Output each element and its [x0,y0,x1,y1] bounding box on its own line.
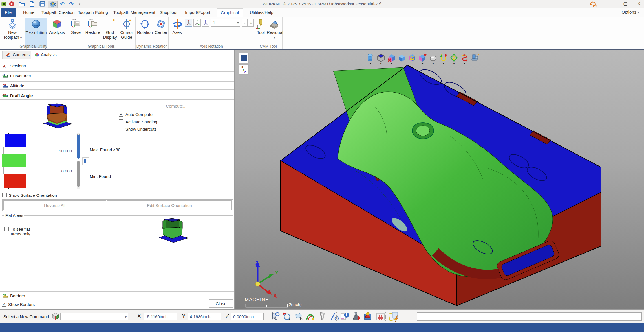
viewport-3d[interactable]: x y z ▾ ▾ ▾ ▾ ▾ ▾ ▾ ▾ Z Y X MACHINE 2(in… [235,50,644,309]
residual-button[interactable]: Residual▾ [267,18,282,40]
maximize-button[interactable]: ▢ [619,0,632,8]
checkbox-box[interactable] [119,112,123,117]
checkbox-box[interactable] [2,302,6,307]
compute-button[interactable]: Compute... [119,102,233,110]
axis-number-combo[interactable]: 1▾ [211,19,240,27]
machine-setup-icon[interactable] [471,54,480,63]
curve-edit-icon[interactable] [306,312,315,321]
cloud-sync-icon[interactable] [588,1,598,7]
cylinder-view-icon[interactable]: ▾ [367,54,376,63]
measure-line-icon[interactable] [329,312,339,321]
separator-grip [336,312,337,321]
tab-toolpath-management[interactable]: Toolpath Management [109,8,159,16]
section-altitude[interactable]: Altitude [0,81,234,90]
command-input[interactable] [417,312,642,321]
tab-utilities-help[interactable]: Utilities/Help [246,8,277,16]
borders-icon [2,294,8,298]
tab-shopfloor[interactable]: Shopfloor [156,8,182,16]
new-toolpath-button[interactable]: New Toolpath ▾ [1,18,24,40]
checkbox-label: To see flat areas only [11,227,38,236]
show-borders-checkbox[interactable]: Show Borders [2,302,35,307]
show-surface-orientation-checkbox[interactable]: Show Surface Orientation [2,193,57,198]
report-icon[interactable] [376,312,385,321]
save-view-button[interactable]: Save [68,18,83,35]
machine-axes-3-icon[interactable] [202,19,209,27]
mold-model[interactable] [235,50,644,309]
activate-shading-checkbox[interactable]: Activate Shading [119,119,157,124]
group-axis-rotation: Axes 1▾ - + Axis Rotation [169,17,254,49]
batch-process-icon[interactable] [389,312,398,321]
close-panel-button[interactable]: Close [209,299,233,308]
shaded-part-icon[interactable]: ▾ [429,54,438,63]
machine-axes-2-icon[interactable] [193,19,201,27]
tool-collision-icon[interactable] [351,312,361,321]
cursor-guide-icon [121,19,132,29]
tab-contents[interactable]: Contents [2,51,33,59]
machine-axes-1-icon[interactable] [185,19,192,27]
rotation-button[interactable]: Rotation [136,18,154,35]
section-borders[interactable]: Borders [0,291,234,300]
tab-graphical[interactable]: Graphical [217,8,243,17]
flat-areas-checkbox[interactable]: To see flat areas only [4,227,38,236]
max-angle-input[interactable] [3,147,74,154]
command-dropdown[interactable]: ▾ [60,313,128,320]
ribbon: New Toolpath ▾ Tesselation Analysis Grap… [0,17,644,50]
restore-view-button[interactable]: Restore [85,18,101,35]
options-menu[interactable]: Options ▾ [622,10,639,14]
wire-cube-view-icon[interactable]: ▾ [377,54,386,63]
minimize-button[interactable]: – [606,0,618,8]
min-angle-input[interactable] [3,167,74,174]
axes-display-button[interactable]: x y z [239,64,249,75]
axis-plus-button[interactable]: + [248,19,254,27]
holder-check-icon[interactable] [363,312,372,321]
stock-outline-icon[interactable]: ▾ [450,54,459,63]
viewport-menu-button[interactable] [239,53,249,63]
caliper-icon[interactable] [317,312,327,321]
rotation-center-button[interactable]: Center [154,18,168,35]
close-button[interactable]: ✕ [633,0,644,8]
axes-button[interactable]: Axes [170,18,184,35]
tab-home[interactable]: Home [19,8,38,16]
checkbox-box[interactable] [119,127,123,131]
face-select-icon[interactable] [294,312,303,321]
rework-area-icon[interactable]: ▾ [460,54,469,63]
tesselation-button[interactable]: Tesselation [25,18,47,48]
section-sections[interactable]: Sections [0,62,234,70]
tab-analysis[interactable]: Analysis [31,51,60,59]
contents-icon [6,53,11,57]
rotation-icon [140,19,150,29]
cursor-guide-button[interactable]: Cursor Guide [118,18,135,40]
checkbox-box[interactable] [2,193,7,197]
tab-toolpath-creation[interactable]: Toolpath Creation [38,8,79,16]
toolpath-direction-icon[interactable]: ▾ [440,54,449,63]
command-prompt-label: Select a New Command... [3,314,52,319]
show-undercuts-checkbox[interactable]: Show Undercuts [119,127,156,132]
delete-entity-icon[interactable]: ▾ [387,54,396,63]
section-curvatures[interactable]: Curvatures [0,71,234,80]
help-cursor-icon[interactable] [270,312,280,321]
section-draft-angle[interactable]: Draft Angle [0,91,234,100]
edit-surface-orientation-button[interactable]: Edit Surface Orientation [107,200,232,210]
curvatures-icon [2,74,8,78]
y-coordinate-label: Y [182,313,186,320]
remove-face-icon[interactable]: ▾ [419,54,428,63]
x-coordinate-input[interactable] [144,313,177,320]
refresh-view-icon[interactable] [408,54,417,63]
entity-info-icon[interactable] [340,312,349,321]
auto-compute-checkbox[interactable]: Auto Compute [119,112,153,117]
tab-toolpath-editing[interactable]: Toolpath Editing [74,8,112,16]
z-coordinate-input[interactable] [231,313,264,320]
analysis-button[interactable]: Analysis [48,18,66,35]
solid-cube-icon[interactable] [398,54,407,63]
entity-select-icon[interactable] [282,312,292,321]
checkbox-box[interactable] [4,227,9,231]
grid-display-button[interactable]: Grid Display [102,18,118,40]
checkbox-box[interactable] [119,119,123,124]
tool-button[interactable]: Tool [255,18,267,35]
y-coordinate-input[interactable] [188,313,221,320]
reverse-all-button[interactable]: Reverse All [3,200,106,210]
tab-file[interactable]: File [1,8,16,17]
tab-import-export[interactable]: Import/Export [181,8,214,16]
axis-minus-button[interactable]: - [242,19,248,27]
tab-divider [0,59,235,59]
